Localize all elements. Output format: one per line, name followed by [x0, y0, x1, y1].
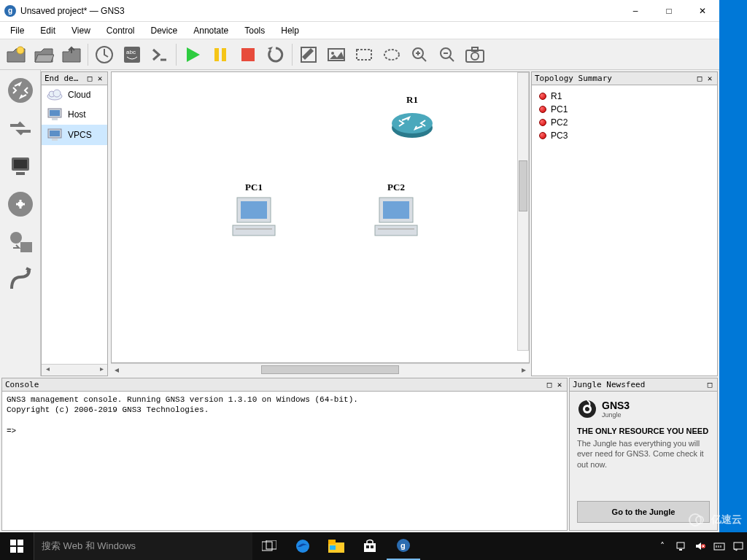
- panel-float-icon[interactable]: □: [705, 380, 714, 389]
- bottom-area: Console □✕ GNS3 management console. Runn…: [0, 376, 719, 532]
- topology-item-label: PC3: [551, 131, 568, 141]
- panel-float-icon[interactable]: □: [85, 74, 94, 83]
- console-all-button[interactable]: [147, 42, 173, 68]
- topology-item-r1[interactable]: R1: [536, 90, 713, 103]
- stop-all-button[interactable]: [235, 42, 261, 68]
- close-button[interactable]: ✕: [686, 0, 719, 22]
- tray-notifications-icon[interactable]: [731, 539, 746, 553]
- status-dot-icon: [539, 93, 546, 100]
- topology-item-pc3[interactable]: PC3: [536, 129, 713, 142]
- topology-canvas[interactable]: R1 PC1 PC2: [111, 71, 530, 363]
- console-output[interactable]: GNS3 management console. Running GNS3 ve…: [2, 392, 567, 530]
- newsfeed-header: Jungle Newsfeed □: [570, 378, 717, 392]
- menu-device[interactable]: Device: [144, 23, 185, 38]
- save-project-button[interactable]: [58, 42, 85, 68]
- panel-float-icon[interactable]: □: [545, 380, 554, 389]
- canvas-vscroll[interactable]: [517, 72, 529, 351]
- console-header: Console □✕: [2, 378, 567, 392]
- menu-edit[interactable]: Edit: [33, 23, 63, 38]
- device-vpcs[interactable]: VPCS: [42, 125, 107, 145]
- screenshot-button[interactable]: [462, 42, 488, 68]
- svg-rect-4: [214, 48, 219, 61]
- menu-file[interactable]: File: [3, 23, 31, 38]
- all-devices-category-button[interactable]: [3, 225, 38, 260]
- taskbar-explorer[interactable]: [320, 532, 353, 560]
- end-devices-title: End de…: [44, 74, 78, 83]
- console-title: Console: [5, 380, 39, 389]
- insert-image-button[interactable]: [323, 42, 349, 68]
- task-view-button[interactable]: [252, 532, 286, 560]
- svg-text:g: g: [400, 541, 406, 550]
- start-all-button[interactable]: [179, 42, 206, 68]
- minimize-button[interactable]: –: [619, 0, 652, 22]
- device-cloud[interactable]: Cloud: [42, 85, 107, 104]
- draw-ellipse-button[interactable]: [379, 42, 405, 68]
- menu-tools[interactable]: Tools: [237, 23, 272, 38]
- device-label: VPCS: [68, 130, 92, 140]
- svg-rect-59: [328, 540, 336, 544]
- taskbar-edge[interactable]: [286, 532, 320, 560]
- status-dot-icon: [539, 119, 546, 126]
- panel-close-icon[interactable]: ✕: [96, 74, 104, 83]
- svg-rect-43: [378, 228, 414, 230]
- svg-rect-20: [16, 172, 25, 175]
- vpcs-icon: [46, 128, 63, 142]
- svg-rect-54: [18, 547, 23, 553]
- svg-rect-51: [10, 540, 16, 545]
- panel-float-icon[interactable]: □: [695, 74, 704, 83]
- zoom-out-button[interactable]: [434, 42, 460, 68]
- draw-rectangle-button[interactable]: [351, 42, 377, 68]
- start-button[interactable]: [0, 532, 34, 560]
- svg-rect-44: [529, 199, 530, 224]
- node-r1[interactable]: R1: [389, 94, 436, 139]
- routers-category-button[interactable]: [3, 73, 38, 108]
- menu-help[interactable]: Help: [274, 23, 306, 38]
- console-line: GNS3 management console. Running GNS3 ve…: [7, 395, 358, 404]
- menu-view[interactable]: View: [64, 23, 98, 38]
- tray-volume-icon[interactable]: [693, 539, 708, 553]
- show-interface-labels-button[interactable]: abc: [119, 42, 145, 68]
- topology-item-pc2[interactable]: PC2: [536, 116, 713, 129]
- node-pc2[interactable]: PC2: [371, 182, 422, 238]
- svg-rect-69: [714, 543, 724, 550]
- svg-rect-37: [241, 201, 267, 219]
- menu-annotate[interactable]: Annotate: [186, 23, 236, 38]
- svg-point-57: [296, 540, 309, 553]
- maximize-button[interactable]: □: [652, 0, 686, 22]
- snapshot-button[interactable]: [91, 42, 117, 68]
- end-devices-category-button[interactable]: [3, 149, 38, 184]
- taskbar-search[interactable]: 搜索 Web 和 Windows: [34, 532, 252, 560]
- node-pc1[interactable]: PC1: [228, 182, 279, 238]
- topology-item-pc1[interactable]: PC1: [536, 103, 713, 116]
- tray-chevron-icon[interactable]: ˄: [655, 539, 670, 553]
- topology-item-label: PC1: [551, 104, 568, 114]
- svg-rect-19: [14, 160, 27, 168]
- titlebar: g Unsaved project* — GNS3 – □ ✕: [0, 0, 719, 22]
- svg-rect-38: [233, 225, 275, 236]
- device-host[interactable]: Host: [42, 104, 107, 125]
- svg-rect-66: [677, 542, 684, 548]
- security-category-button[interactable]: [3, 187, 38, 222]
- taskbar-gns3[interactable]: g: [387, 532, 420, 560]
- zoom-in-button[interactable]: [406, 42, 433, 68]
- tray-input-icon[interactable]: [712, 539, 727, 553]
- svg-rect-5: [222, 48, 226, 61]
- pause-all-button[interactable]: [207, 42, 233, 68]
- taskbar-store[interactable]: [353, 532, 387, 560]
- add-note-button[interactable]: [295, 42, 322, 68]
- panel-close-icon[interactable]: ✕: [555, 380, 564, 389]
- add-link-button[interactable]: [3, 262, 38, 298]
- end-devices-hscroll[interactable]: ◂▸: [42, 364, 107, 376]
- tray-network-icon[interactable]: [674, 539, 689, 553]
- new-project-button[interactable]: [3, 42, 29, 68]
- svg-text:abc: abc: [126, 49, 136, 55]
- canvas-hscroll[interactable]: ◂▸: [111, 363, 530, 375]
- svg-point-35: [392, 113, 433, 133]
- open-project-button[interactable]: [31, 42, 57, 68]
- switches-category-button[interactable]: [3, 111, 38, 146]
- reload-all-button[interactable]: [263, 42, 289, 68]
- app-icon: g: [4, 5, 16, 17]
- panel-close-icon[interactable]: ✕: [705, 74, 714, 83]
- menu-control[interactable]: Control: [99, 23, 142, 38]
- newsfeed-logo: GNS3Jungle: [577, 399, 710, 419]
